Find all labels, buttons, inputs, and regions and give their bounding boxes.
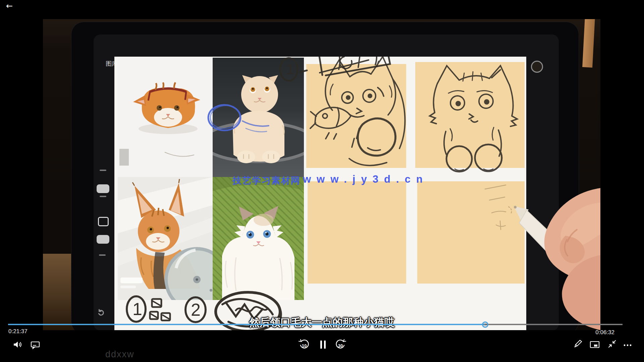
brush-size-slider[interactable]	[97, 184, 109, 193]
app-window: ← 图库 S	[0, 0, 644, 362]
annotation-blue-ellipse	[198, 97, 306, 140]
skip-back-button[interactable]: 10	[297, 337, 311, 351]
volume-button[interactable]	[10, 338, 24, 351]
color-swatch-button[interactable]	[531, 61, 543, 73]
skip-forward-button[interactable]: 30	[333, 337, 347, 351]
modify-button[interactable]	[98, 217, 109, 226]
sketch-panel-3	[308, 181, 406, 284]
photo-ragdoll-basket	[213, 177, 304, 300]
sidebar-tick	[100, 170, 106, 171]
sidebar-tick	[99, 254, 106, 256]
back-button[interactable]: ←	[3, 1, 15, 11]
skip-back-label: 10	[297, 343, 311, 348]
canvas-watermark-url: www.jy3d.cn	[303, 173, 428, 185]
opacity-slider[interactable]	[97, 235, 109, 244]
hand-with-pencil	[466, 156, 600, 330]
procreate-canvas[interactable]: 1 1	[114, 57, 526, 330]
canvas-watermark-site: 技艺学习素材网	[232, 175, 301, 187]
time-elapsed: 0:21:37	[8, 328, 28, 335]
edit-button[interactable]	[571, 337, 585, 351]
pause-button[interactable]	[316, 338, 330, 351]
seek-bar-progress	[8, 324, 485, 325]
subtitles-button[interactable]	[28, 339, 42, 352]
seek-bar[interactable]	[8, 324, 623, 325]
photo-maine-coon-pot	[118, 177, 213, 300]
channel-watermark: ddxxw	[105, 349, 135, 360]
exit-fullscreen-button[interactable]	[605, 337, 619, 351]
desk-object	[582, 19, 595, 68]
skip-forward-label: 30	[333, 343, 347, 348]
time-remaining: 0:06:32	[595, 329, 614, 336]
seek-handle[interactable]	[482, 321, 488, 328]
annotation-top: 1	[275, 57, 423, 90]
mini-player-button[interactable]	[588, 338, 602, 351]
more-options-button[interactable]	[621, 339, 635, 352]
subtitle-text: 然后领口毛大一点的那种小猫哎	[0, 315, 644, 329]
sidebar-tick	[100, 196, 106, 197]
video-surface[interactable]: 图库 S	[43, 19, 600, 330]
svg-text:1: 1	[286, 61, 294, 77]
